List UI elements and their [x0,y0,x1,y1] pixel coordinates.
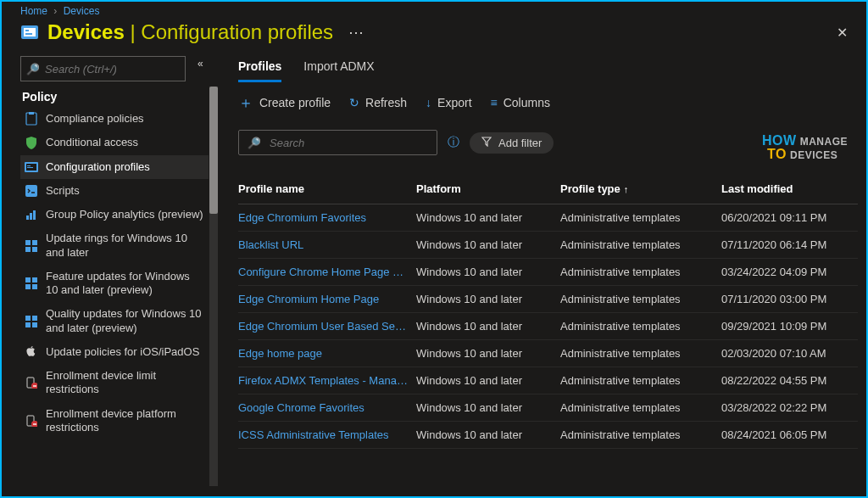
breadcrumb: Home › Devices [2,2,866,19]
cell-profile-name[interactable]: Firefox ADMX Templates - Manage H [238,367,416,394]
sidebar-search[interactable]: 🔍 [20,56,186,81]
cell-platform: Windows 10 and later [416,340,560,367]
config-profiles-icon [24,160,39,174]
sidebar-item-update-rings[interactable]: Update rings for Windows 10 and later [20,227,209,265]
info-icon[interactable]: ⓘ [448,135,459,150]
sort-ascending-icon: ↑ [624,184,629,194]
watermark: HOWMANAGE TODEVICES [762,134,848,161]
sidebar-item-enrollment-platform[interactable]: Enrollment device platform restrictions [20,402,209,440]
col-profile-name[interactable]: Profile name [238,176,416,204]
table-row[interactable]: Configure Chrome Home Page URLWindows 10… [238,259,858,286]
add-filter-label: Add filter [498,137,542,149]
sidebar-item-configuration-profiles[interactable]: Configuration profiles [20,155,209,179]
main-content: Profiles Import ADMX ＋ Create profile ↻ … [218,51,866,486]
sidebar-item-scripts[interactable]: Scripts [20,179,209,203]
export-button[interactable]: ↓ Export [426,96,471,109]
cell-last-modified: 09/29/2021 10:09 PM [721,313,858,340]
svg-rect-19 [32,277,37,283]
svg-rect-14 [25,240,31,245]
cell-profile-type: Administrative templates [560,313,721,340]
clipboard-icon [24,112,39,126]
enrollment-platform-icon [24,414,39,428]
cell-platform: Windows 10 and later [416,232,560,259]
table-row[interactable]: Google Chrome FavoritesWindows 10 and la… [238,394,858,422]
cell-profile-type: Administrative templates [560,340,721,367]
sidebar-item-feature-updates[interactable]: Feature updates for Windows 10 and later… [20,265,209,303]
col-last-modified[interactable]: Last modified [721,176,858,204]
toolbar-label: Export [437,96,471,109]
sidebar-item-label: Update policies for iOS/iPadOS [46,345,203,359]
table-row[interactable]: Edge Chromium Home PageWindows 10 and la… [238,286,858,313]
svg-rect-4 [26,113,36,125]
cell-profile-name[interactable]: Edge Chromium User Based Security [238,313,416,340]
cell-platform: Windows 10 and later [416,286,560,313]
table-row[interactable]: ICSS Administrative TemplatesWindows 10 … [238,422,858,449]
svg-rect-16 [25,247,31,252]
svg-rect-1 [24,28,36,36]
sidebar-scrollbar[interactable] [209,87,218,486]
sidebar-item-compliance-policies[interactable]: Compliance policies [20,107,209,131]
cell-profile-name[interactable]: Edge Chromium Favorites [238,204,416,232]
col-platform[interactable]: Platform [416,176,560,204]
scrollbar-thumb[interactable] [209,87,218,214]
cell-platform: Windows 10 and later [416,367,560,394]
table-row[interactable]: Edge Chromium User Based SecurityWindows… [238,313,858,340]
shield-icon [24,136,39,149]
sidebar-item-group-policy-analytics[interactable]: Group Policy analytics (preview) [20,203,209,227]
sidebar-item-label: Update rings for Windows 10 and later [46,232,203,260]
add-filter-button[interactable]: Add filter [470,132,554,154]
collapse-sidebar-icon[interactable]: « [198,58,203,70]
col-profile-type[interactable]: Profile type↑ [560,176,721,204]
sidebar-item-label: Feature updates for Windows 10 and later… [46,270,203,298]
cell-last-modified: 03/28/2022 02:22 PM [721,394,858,422]
more-icon[interactable]: ⋯ [348,23,364,42]
sidebar-search-input[interactable] [45,63,180,76]
cell-profile-type: Administrative templates [560,286,721,313]
svg-rect-18 [25,277,31,283]
devices-icon [20,23,39,42]
sidebar-item-enrollment-limit[interactable]: Enrollment device limit restrictions [20,364,209,402]
svg-rect-22 [25,316,31,321]
sidebar-item-conditional-access[interactable]: Conditional access [20,131,209,154]
svg-rect-24 [25,322,31,327]
table-row[interactable]: Firefox ADMX Templates - Manage HWindows… [238,367,858,394]
search-icon: 🔍 [26,63,40,76]
main-search[interactable]: 🔍 [238,130,437,155]
table-row[interactable]: Edge Chromium FavoritesWindows 10 and la… [238,204,858,232]
scripts-icon [24,184,39,198]
plus-icon: ＋ [238,92,253,113]
svg-rect-23 [32,316,37,321]
cell-platform: Windows 10 and later [416,204,560,232]
cell-profile-name[interactable]: Edge Chromium Home Page [238,286,416,313]
cell-platform: Windows 10 and later [416,422,560,449]
windows-icon [24,239,39,253]
sidebar-item-update-policies-ios[interactable]: Update policies for iOS/iPadOS [20,340,209,364]
sidebar-item-quality-updates[interactable]: Quality updates for Windows 10 and later… [20,302,209,340]
create-profile-button[interactable]: ＋ Create profile [238,92,331,113]
cell-profile-name[interactable]: Configure Chrome Home Page URL [238,259,416,286]
svg-rect-28 [33,386,36,387]
cell-profile-name[interactable]: Google Chrome Favorites [238,394,416,422]
refresh-button[interactable]: ↻ Refresh [349,96,407,109]
breadcrumb-home[interactable]: Home [20,5,47,17]
table-row[interactable]: Edge home pageWindows 10 and laterAdmini… [238,340,858,367]
cell-platform: Windows 10 and later [416,394,560,422]
windows-icon [24,277,39,290]
toolbar: ＋ Create profile ↻ Refresh ↓ Export ≡ Co… [238,92,858,113]
sidebar-item-label: Group Policy analytics (preview) [46,208,203,221]
columns-button[interactable]: ≡ Columns [491,96,550,109]
breadcrumb-devices[interactable]: Devices [64,5,100,17]
cell-profile-name[interactable]: ICSS Administrative Templates [238,422,416,449]
cell-profile-name[interactable]: Blacklist URL [238,232,416,259]
cell-last-modified: 02/03/2020 07:10 AM [721,340,858,367]
table-row[interactable]: Blacklist URLWindows 10 and laterAdminis… [238,232,858,259]
cell-last-modified: 08/22/2022 04:55 PM [721,367,858,394]
toolbar-label: Columns [504,96,550,109]
close-icon[interactable]: ✕ [837,25,848,41]
tab-import-admx[interactable]: Import ADMX [303,54,374,82]
tab-profiles[interactable]: Profiles [238,54,281,82]
cell-profile-name[interactable]: Edge home page [238,340,416,367]
main-search-input[interactable] [270,137,428,149]
sidebar-item-label: Enrollment device platform restrictions [46,407,203,435]
page-title: Devices | Configuration profiles [47,20,333,44]
